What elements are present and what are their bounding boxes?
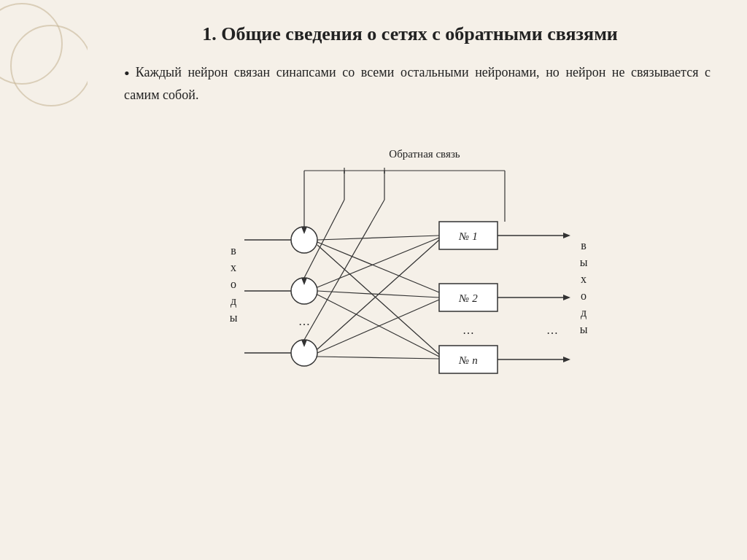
conn-2-n [317, 295, 439, 357]
output-label-x: х [581, 273, 587, 285]
input-label-y: ы [230, 311, 238, 324]
conn-1-1 [317, 236, 439, 240]
neuron-label-1: № 1 [458, 230, 477, 242]
ellipsis-neurons: … [462, 324, 474, 336]
neuron-label-2: № 2 [458, 292, 478, 304]
arrow-2 [563, 295, 570, 300]
feedback-label: Обратная связь [389, 148, 460, 160]
input-label-o: о [231, 278, 236, 290]
neural-network-diagram: в х о д ы в ы х о д ы № 1 № 2 [198, 127, 622, 397]
arrow-1 [563, 233, 570, 238]
conn-3-2 [317, 300, 439, 353]
svg-point-1 [11, 26, 88, 106]
arrow-n [563, 357, 570, 362]
output-label-d: д [581, 306, 587, 319]
conn-1-n [317, 245, 439, 354]
conn-3-1 [317, 240, 439, 349]
input-label-v: в [231, 244, 236, 257]
svg-point-0 [0, 4, 62, 84]
input-label-x: х [231, 261, 236, 273]
output-label-o: о [581, 289, 587, 302]
conn-2-1 [317, 238, 439, 287]
output-label-v: в [581, 239, 587, 252]
ellipsis-inputs: … [298, 315, 310, 327]
diagram-container: в х о д ы в ы х о д ы № 1 № 2 [109, 127, 711, 397]
output-label-y2: ы [580, 323, 588, 335]
bullet-point: Каждый нейрон связан синапсами со всеми … [109, 61, 711, 105]
neuron-label-n: № n [458, 354, 477, 366]
ellipsis-outputs: … [546, 324, 558, 336]
decorative-circles [0, 0, 88, 117]
conn-3-n [317, 357, 439, 359]
slide-title: 1. Общие сведения о сетях с обратными св… [109, 22, 711, 47]
feedback-to-n-diag [304, 200, 384, 340]
output-label-y: ы [580, 256, 588, 268]
input-label-d: д [231, 295, 236, 308]
